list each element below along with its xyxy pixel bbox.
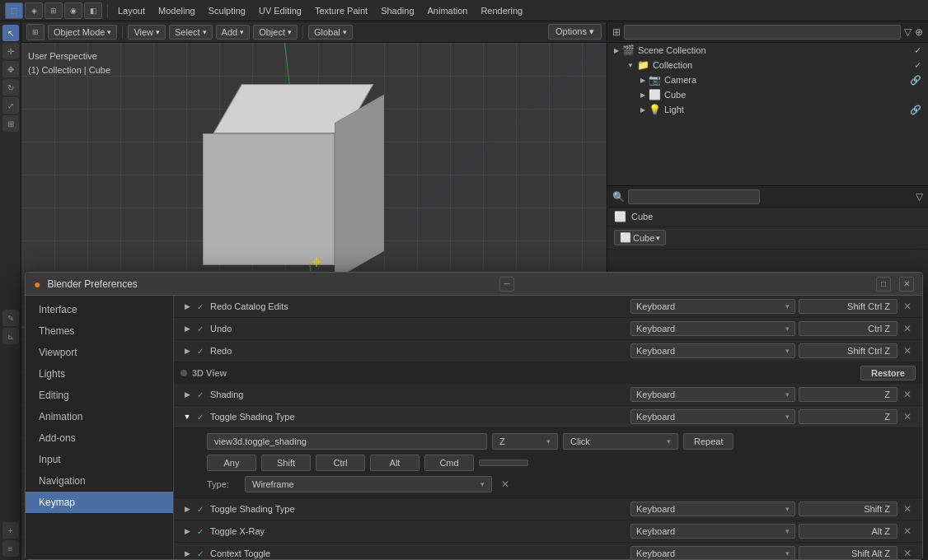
vp-add-menu[interactable]: Add <box>216 25 251 40</box>
toggle-shading-check[interactable]: ✓ <box>194 410 207 423</box>
alt-btn[interactable]: Alt <box>370 455 419 471</box>
win-maximize[interactable]: □ <box>876 277 891 292</box>
ts2-x[interactable]: ✕ <box>899 501 916 517</box>
mode-icon-select[interactable]: ⬚ <box>5 2 23 19</box>
ctx-kbd[interactable]: Keyboard <box>630 546 795 559</box>
menu-animation[interactable]: Animation <box>423 4 473 17</box>
tool-settings[interactable]: ≡ <box>2 540 19 557</box>
redo-catalog-expand[interactable]: ▶ <box>180 300 194 313</box>
xray-check[interactable]: ✓ <box>194 525 207 538</box>
options-button[interactable]: Options <box>548 24 602 40</box>
toggle-shading-kbd[interactable]: Keyboard <box>630 409 795 424</box>
ts2-kbd[interactable]: Keyboard <box>630 502 795 516</box>
type-dropdown[interactable]: Wireframe <box>245 476 492 492</box>
shading-kbd[interactable]: Keyboard <box>630 387 795 402</box>
redo-catalog-x[interactable]: ✕ <box>899 298 916 315</box>
mode-icon-5[interactable]: ◧ <box>84 2 102 19</box>
redo-check[interactable]: ✓ <box>194 344 207 357</box>
redo-expand[interactable]: ▶ <box>180 344 194 357</box>
tool-move[interactable]: ✥ <box>2 61 19 77</box>
ts2-expand[interactable]: ▶ <box>180 502 194 516</box>
tool-cursor[interactable]: ✛ <box>2 43 19 59</box>
outliner-filter[interactable]: ▽ <box>904 26 912 38</box>
cmd-btn[interactable]: Cmd <box>424 455 474 471</box>
menu-sculpting[interactable]: Sculpting <box>204 4 251 17</box>
vp-view-menu[interactable]: View <box>128 25 166 40</box>
outliner-collection[interactable]: ▼ 📁 Collection ✓ <box>607 58 928 72</box>
nav-navigation[interactable]: Navigation <box>26 470 173 492</box>
redo-catalog-kbd[interactable]: Keyboard <box>630 299 795 314</box>
undo-x[interactable]: ✕ <box>899 320 916 337</box>
vp-select-menu[interactable]: Select <box>169 25 213 40</box>
menu-shading[interactable]: Shading <box>376 4 419 17</box>
ctrl-btn[interactable]: Ctrl <box>316 455 365 471</box>
outliner-search[interactable] <box>624 25 901 40</box>
nav-viewport[interactable]: Viewport <box>26 342 173 363</box>
vp-mode-dropdown[interactable]: Object Mode <box>48 25 117 40</box>
shading-x[interactable]: ✕ <box>899 386 916 403</box>
menu-texture-paint[interactable]: Texture Paint <box>310 4 373 17</box>
tool-scale[interactable]: ⤢ <box>2 97 19 114</box>
undo-check[interactable]: ✓ <box>194 322 207 335</box>
redo-catalog-check[interactable]: ✓ <box>194 300 207 313</box>
tool-transform[interactable]: ⊞ <box>2 115 19 132</box>
section-restore-btn[interactable]: Restore <box>860 366 916 380</box>
redo-x[interactable]: ✕ <box>899 343 916 359</box>
win-minimize[interactable]: ─ <box>499 277 514 292</box>
redo-kbd[interactable]: Keyboard <box>630 343 795 358</box>
menu-rendering[interactable]: Rendering <box>476 4 527 17</box>
tool-add[interactable]: + <box>2 522 19 539</box>
nav-addons[interactable]: Add-ons <box>26 427 173 449</box>
vp-editor-type[interactable]: ⊞ <box>26 24 45 40</box>
toggle-shading-expand[interactable]: ▼ <box>180 410 194 423</box>
any-btn[interactable]: Any <box>207 455 256 471</box>
outliner-cube[interactable]: ▶ ⬜ Cube <box>607 87 928 102</box>
ctx-x[interactable]: ✕ <box>899 545 916 559</box>
xray-kbd[interactable]: Keyboard <box>630 524 795 539</box>
mode-icon-3[interactable]: ⊞ <box>45 2 63 19</box>
tool-select[interactable]: ↖ <box>2 25 19 41</box>
extra-btn[interactable] <box>479 460 528 466</box>
shading-check[interactable]: ✓ <box>194 388 207 401</box>
ctx-expand[interactable]: ▶ <box>180 547 194 559</box>
ctx-check[interactable]: ✓ <box>194 547 207 559</box>
nav-input[interactable]: Input <box>26 449 173 470</box>
nav-keymap[interactable]: Keymap <box>26 492 173 513</box>
key-dropdown[interactable]: Z <box>492 433 558 450</box>
repeat-btn[interactable]: Repeat <box>683 433 733 450</box>
tool-annotate[interactable]: ✎ <box>2 310 19 326</box>
props-filter[interactable]: ▽ <box>916 191 923 203</box>
nav-interface[interactable]: Interface <box>26 299 173 320</box>
shading-expand[interactable]: ▶ <box>180 388 194 401</box>
nav-themes[interactable]: Themes <box>26 320 173 342</box>
xray-x[interactable]: ✕ <box>899 523 916 539</box>
tool-rotate[interactable]: ↻ <box>2 79 19 96</box>
event-dropdown[interactable]: Click <box>563 433 678 450</box>
menu-layout[interactable]: Layout <box>113 4 150 17</box>
type-x[interactable]: ✕ <box>497 476 513 492</box>
shift-btn[interactable]: Shift <box>261 455 311 471</box>
menu-modeling[interactable]: Modeling <box>153 4 200 17</box>
toggle-shading-x[interactable]: ✕ <box>899 408 916 425</box>
mode-icon-4[interactable]: ◉ <box>64 2 82 19</box>
vp-global-local[interactable]: Global <box>308 25 353 40</box>
nav-lights[interactable]: Lights <box>26 363 173 385</box>
properties-search[interactable] <box>628 189 760 204</box>
ts2-check[interactable]: ✓ <box>194 502 207 516</box>
vp-object-menu[interactable]: Object <box>253 25 298 40</box>
props-dropdown[interactable]: ⬜ Cube <box>614 230 666 245</box>
nav-animation[interactable]: Animation <box>26 406 173 427</box>
win-close[interactable]: ✕ <box>899 277 914 292</box>
undo-kbd[interactable]: Keyboard <box>630 321 795 336</box>
outliner-light[interactable]: ▶ 💡 Light 🔗 <box>607 102 928 117</box>
tool-measure[interactable]: ⊾ <box>2 328 19 344</box>
menu-uv-editing[interactable]: UV Editing <box>254 4 307 17</box>
outliner-extra[interactable]: ⊕ <box>915 26 923 38</box>
nav-editing[interactable]: Editing <box>26 385 173 406</box>
operator-input[interactable] <box>207 433 487 450</box>
outliner-camera[interactable]: ▶ 📷 Camera 🔗 <box>607 72 928 87</box>
mode-icon-2[interactable]: ◈ <box>25 2 43 19</box>
undo-expand[interactable]: ▶ <box>180 322 194 335</box>
xray-expand[interactable]: ▶ <box>180 525 194 538</box>
outliner-scene-collection[interactable]: ▶ 🎬 Scene Collection ✓ <box>607 43 928 58</box>
